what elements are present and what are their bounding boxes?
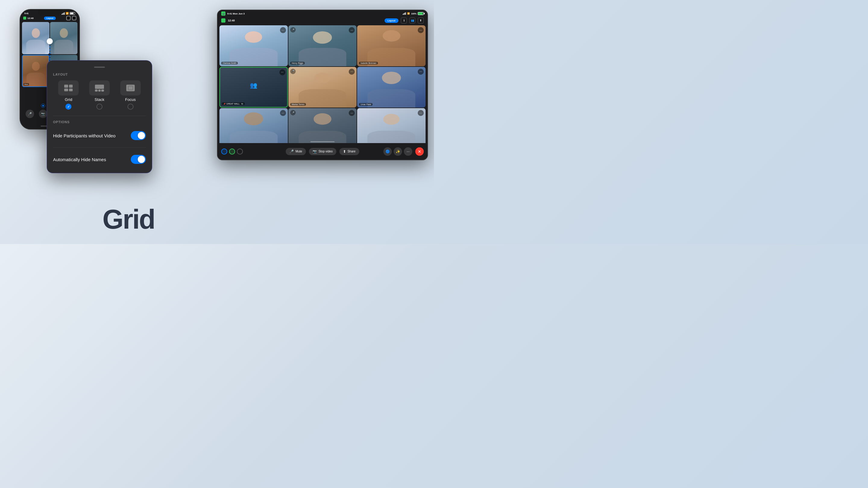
phone-header: 12:40 Layout ℹ + [20, 15, 79, 22]
toolbar-dot-1 [221, 149, 227, 155]
more-button[interactable]: ··· [404, 147, 412, 156]
participant-2 [50, 22, 78, 54]
hide-names-toggle[interactable] [131, 155, 146, 164]
isabelle-menu-icon[interactable]: ··· [418, 27, 424, 33]
phone-header-time: 12:40 [27, 17, 33, 20]
clarissa-name: Clarissa Smith [223, 62, 236, 64]
toolbar-dot-2 [229, 149, 235, 155]
share-icon: ⬆ [343, 150, 346, 154]
participant-3 [23, 56, 49, 87]
stop-video-button[interactable]: 📷 Stop video [309, 148, 336, 155]
stack-layout-icon [95, 85, 104, 92]
options-section-title: OPTIONS [53, 120, 146, 124]
ipad-cell-umar: ··· Umar Patel [357, 67, 426, 108]
grid-label: Grid [65, 97, 72, 102]
clarissa-menu-icon[interactable]: ··· [280, 27, 286, 33]
grid-icon-box [58, 80, 79, 96]
phone-header-icons: ℹ + [66, 16, 76, 20]
phone-cell-name-3: Maris [24, 83, 29, 86]
ipad-status-time: 9:41 Mon Jun 3 [227, 12, 245, 15]
panel-divider-1 [53, 116, 146, 116]
clarissa-video [219, 25, 288, 66]
ipad-toolbar: 🎤 Mute 📷 Stop video ⬆ Share 🔵 ✨ ··· ✕ [218, 143, 427, 160]
ipad-facetime-icon: 📹 [221, 11, 225, 16]
mic-icon: 🎤 [289, 150, 294, 154]
greatwall-menu-icon[interactable]: ··· [279, 69, 285, 75]
camera-icon: 📷 [313, 150, 317, 154]
ipad-cell-marise: 🎤 ··· Marise Torres [288, 67, 357, 108]
layout-section-title: LAYOUT [53, 73, 146, 76]
henry-name: Henry Riggs [292, 62, 304, 64]
phone-layout-button[interactable]: Layout [44, 17, 56, 20]
hide-video-label: Hide Participants without Video [53, 133, 116, 138]
phone-cell-3: Maris [22, 55, 50, 87]
ipad-header-right: Layout ℹ 👥 ⬆ [384, 18, 424, 24]
greatwall-pin-icon: 📌 [223, 103, 225, 105]
umar-name: Umar Patel [361, 103, 371, 105]
ipad-share-icon[interactable]: ⬆ [418, 18, 424, 24]
grid-radio[interactable] [65, 104, 71, 110]
phone-status-time: 9:41 [24, 12, 29, 14]
focus-icon-box [120, 80, 141, 96]
ipad-header-time: 12:40 [228, 19, 235, 22]
effects-button[interactable]: ✨ [394, 147, 402, 156]
layout-options: Grid Stack [53, 80, 146, 110]
ipad-mockup: 📹 9:41 Mon Jun 3 📶 100% 12:40 La [217, 10, 428, 160]
share-button[interactable]: ⬆ Share [339, 148, 359, 155]
battery-icon [70, 12, 75, 15]
marise-mic-icon: 🎤 [290, 69, 296, 74]
layout-panel: LAYOUT Grid [47, 60, 152, 173]
add-person-icon[interactable]: + [72, 16, 76, 20]
hide-video-toggle[interactable] [131, 131, 146, 140]
layout-option-grid[interactable]: Grid [58, 80, 79, 110]
isabelle-name-badge: Isabelle Brennan [359, 62, 378, 64]
stack-radio[interactable] [96, 104, 102, 110]
isabelle-name: Isabelle Brennan [361, 62, 376, 64]
henry-name-badge: Henry Riggs [290, 62, 305, 64]
participant-1 [22, 22, 50, 54]
marise-name: Marise Torres [292, 103, 304, 105]
phone-cursor [47, 38, 53, 44]
end-call-button[interactable]: ✕ [415, 147, 424, 156]
focus-layout-icon [126, 85, 135, 91]
mute-label: Mute [296, 150, 302, 153]
toggle-row-hide-names: Automatically Hide Names [53, 152, 146, 167]
toggle-knob-1 [138, 132, 145, 139]
ipad-cell-henry: 🎤 ··· Henry Riggs [288, 25, 357, 66]
layout-option-stack[interactable]: Stack [89, 80, 110, 110]
greatwall-camera-icon: 📷 [241, 103, 243, 105]
bluetooth-button[interactable]: 🔵 [383, 147, 392, 156]
ipad-info-icon[interactable]: ℹ [401, 18, 407, 24]
info-icon[interactable]: ℹ [66, 16, 70, 20]
toggle-knob-2 [138, 156, 145, 163]
ipad-layout-button[interactable]: Layout [384, 19, 398, 23]
ipad-battery-icon [418, 12, 424, 15]
phone-notch [38, 10, 62, 16]
ipad-toolbar-left [221, 149, 243, 155]
grid-layout-icon [64, 85, 73, 91]
status-icon-1 [41, 104, 45, 108]
wifi-ipad-icon: 📶 [407, 12, 410, 15]
marise-name-badge: Marise Torres [290, 103, 306, 106]
ipad-participants-icon[interactable]: 👥 [409, 18, 415, 24]
henry-mic-icon: 🎤 [290, 27, 296, 33]
ipad-cell-isabelle: ··· Isabelle Brennan [357, 25, 426, 66]
phone-mute-button[interactable]: 🎤 [26, 110, 34, 118]
grid-title: Grid [102, 204, 155, 235]
ipad-battery-pct: 100% [411, 13, 416, 15]
layout-option-focus[interactable]: Focus [120, 80, 141, 110]
panel-handle [94, 67, 105, 68]
ipad-status-left: 📹 9:41 Mon Jun 3 [221, 11, 245, 16]
marise-menu-icon[interactable]: ··· [349, 69, 355, 75]
mute-button[interactable]: 🎤 Mute [286, 148, 306, 155]
ipad-status-bar: 📹 9:41 Mon Jun 3 📶 100% [218, 10, 427, 17]
ipad-signal-icon [403, 12, 406, 15]
phone-video-button[interactable]: 📷 [39, 110, 47, 118]
ipad-status-right: 📶 100% [403, 12, 424, 15]
umar-menu-icon[interactable]: ··· [418, 69, 424, 75]
stack-icon-box [89, 80, 110, 96]
marise-video [288, 67, 357, 108]
darren-menu-icon[interactable]: ··· [280, 110, 286, 116]
toolbar-dot-3 [237, 149, 243, 155]
focus-radio[interactable] [127, 104, 133, 110]
